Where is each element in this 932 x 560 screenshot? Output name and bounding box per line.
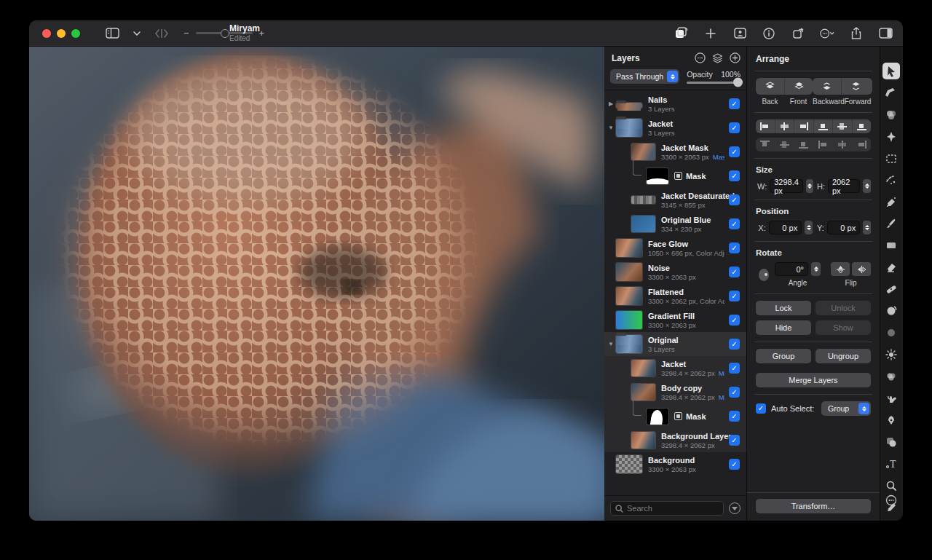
rotate-knob[interactable] [759,269,769,281]
paint-tool-icon[interactable] [882,216,900,232]
y-stepper[interactable] [863,221,871,234]
mask-badge[interactable]: Mask ∨ [719,393,724,401]
flip-vertical-button[interactable] [831,262,850,276]
repair-tool-icon[interactable] [882,281,900,298]
color-adjustments-tool-icon[interactable] [882,106,900,123]
merge-layers-button[interactable]: Merge Layers [756,373,871,387]
layer-visibility-checkbox[interactable]: ✓ [729,98,740,109]
layer-visibility-checkbox[interactable]: ✓ [729,170,740,181]
layer-visibility-checkbox[interactable]: ✓ [729,122,740,133]
layer-row[interactable]: Flattened 3300 × 2062 px, Color Adjust… … [604,284,746,308]
layer-thumbnail[interactable] [616,263,642,281]
layer-row[interactable]: Jacket Mask 3300 × 2063 pxMask ∨ ✓ [604,140,746,164]
bring-to-front-button[interactable] [784,78,813,95]
layer-visibility-checkbox[interactable]: ✓ [729,218,740,229]
layer-row[interactable]: ▼ Jacket 3 Layers ✓ [604,116,746,140]
layer-row[interactable]: Gradient Fill 3300 × 2063 px ✓ [604,308,746,332]
y-field[interactable]: 0 px [827,221,860,234]
warp-tool-icon[interactable] [882,390,900,406]
layer-filter-button[interactable] [729,502,741,514]
layer-visibility-checkbox[interactable]: ✓ [729,194,740,205]
zoom-window-button[interactable] [71,29,80,38]
sponge-tool-icon[interactable] [882,368,900,384]
layer-row[interactable]: Body copy 3298.4 × 2062 pxMask ∨ ✓ [604,380,746,404]
layer-thumbnail[interactable] [616,103,642,109]
layers-stack-icon[interactable] [712,53,723,63]
pen-tool-icon[interactable] [882,411,900,428]
layer-row[interactable]: Jacket 3298.4 × 2062 pxMask › ✓ [604,356,746,380]
layer-visibility-checkbox[interactable]: ✓ [729,339,740,350]
layer-visibility-checkbox[interactable]: ✓ [729,291,740,301]
disclosure-chevron-icon[interactable]: ▼ [606,341,616,347]
flip-horizontal-button[interactable] [852,262,871,276]
type-tool-icon[interactable]: T [882,455,900,472]
layer-thumbnail[interactable] [616,335,642,353]
align-bottom-right-button[interactable] [852,119,872,133]
layer-thumbnail[interactable] [616,287,642,305]
layers-options-icon[interactable] [695,52,706,63]
layer-visibility-checkbox[interactable]: ✓ [729,363,740,374]
smart-erase-tool-icon[interactable] [882,194,900,210]
erase-tool-icon[interactable] [882,259,900,276]
lock-button[interactable]: Lock [756,301,811,315]
portrait-icon[interactable] [732,26,747,41]
blur-tool-icon[interactable] [882,324,900,341]
layer-thumbnail[interactable] [647,409,668,425]
layer-row[interactable]: Mask ✓ [604,404,746,428]
align-middle-button[interactable] [832,119,852,133]
more-menu-icon[interactable] [820,26,834,41]
add-layer-icon[interactable] [730,52,741,63]
layer-visibility-checkbox[interactable]: ✓ [729,146,740,157]
ungroup-button[interactable]: Ungroup [816,349,871,363]
layer-thumbnail[interactable] [616,311,642,329]
layer-visibility-checkbox[interactable]: ✓ [729,315,740,326]
info-icon[interactable] [762,26,776,41]
layer-row[interactable]: Face Glow 1050 × 686 px, Color Adjustme…… [604,236,746,260]
duplicate-canvas-icon[interactable] [674,26,689,41]
close-button[interactable] [42,29,51,38]
layer-thumbnail[interactable] [631,216,655,232]
mask-badge[interactable]: Mask ∨ [713,153,724,161]
angle-field[interactable]: 0° [775,262,808,276]
align-right-button[interactable] [794,119,813,133]
x-stepper[interactable] [805,221,813,234]
layer-row[interactable]: Mask ✓ [604,164,746,188]
width-field[interactable]: 3298.4 px [770,179,803,193]
align-bottom-left-button[interactable] [813,119,833,133]
rotate-icon[interactable] [791,26,805,41]
zoom-slider-knob[interactable] [221,29,229,38]
crop-tool-icon[interactable] [882,84,900,101]
effects-tool-icon[interactable] [882,128,900,145]
layer-row[interactable]: Background 3300 × 2063 px ✓ [604,452,746,476]
layer-visibility-checkbox[interactable]: ✓ [729,242,740,253]
layer-row[interactable]: Background Layer 3298.4 × 2062 px ✓ [604,428,746,452]
layer-row[interactable]: ▶ Nails 3 Layers ✓ [604,92,746,116]
arrange-tool-icon[interactable] [882,63,900,79]
sidebar-chevron-icon[interactable] [130,26,144,41]
align-center-horizontal-button[interactable] [775,119,794,133]
mask-badge[interactable]: Mask › [719,369,724,377]
blend-mode-dropdown[interactable]: Pass Through [610,69,679,84]
add-icon[interactable] [703,26,718,41]
layer-thumbnail[interactable] [616,239,642,257]
layer-visibility-checkbox[interactable]: ✓ [729,459,740,470]
toggle-sidebar-icon[interactable] [105,26,119,41]
transform-button[interactable]: Transform… [756,499,871,513]
hide-button[interactable]: Hide [756,320,811,335]
layer-thumbnail[interactable] [631,432,655,449]
more-tools-icon[interactable] [882,492,900,509]
gradient-tool-icon[interactable] [882,237,900,254]
canvas-area[interactable] [29,47,604,521]
height-stepper[interactable] [863,179,871,193]
layer-visibility-checkbox[interactable]: ✓ [729,387,740,398]
send-to-back-button[interactable] [756,78,784,95]
angle-stepper[interactable] [811,262,821,276]
clone-tool-icon[interactable] [882,302,900,319]
show-panel-icon[interactable] [878,26,893,41]
compare-view-icon[interactable] [154,26,169,41]
layer-row[interactable]: Original Blue 334 × 230 px ✓ [604,212,746,236]
layer-thumbnail[interactable] [647,168,668,184]
sharpen-tool-icon[interactable] [882,346,900,363]
auto-select-dropdown[interactable]: Group [821,401,871,416]
align-left-button[interactable] [756,119,775,133]
